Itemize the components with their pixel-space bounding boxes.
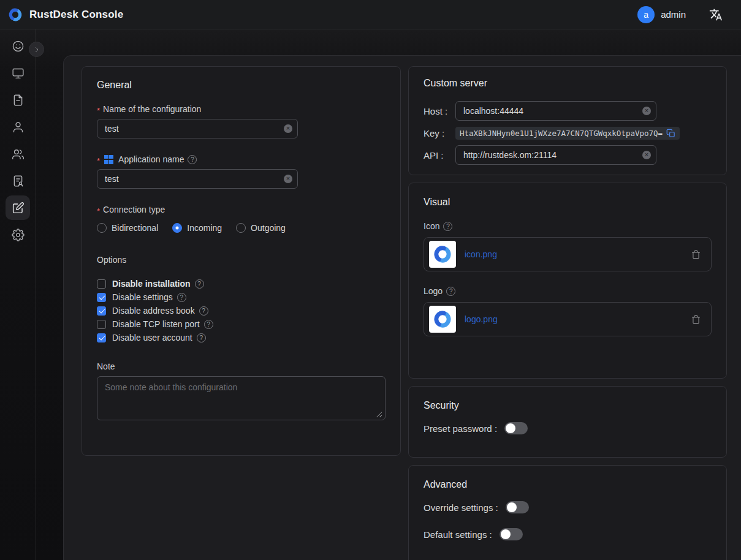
checkbox-icon[interactable] xyxy=(97,306,106,316)
radio-icon[interactable] xyxy=(172,223,182,233)
rustdesk-logo-icon xyxy=(432,309,453,330)
rustdesk-logo-icon xyxy=(432,244,453,265)
required-marker: * xyxy=(97,206,100,216)
help-icon[interactable]: ? xyxy=(443,222,452,231)
required-marker: * xyxy=(97,156,100,165)
translate-icon[interactable] xyxy=(709,8,723,21)
security-card: Security Preset password : xyxy=(408,386,727,458)
preset-password-toggle[interactable] xyxy=(504,422,528,434)
checkbox-disable-installation[interactable]: Disable installation ? xyxy=(97,277,386,290)
logo-file-link[interactable]: logo.png xyxy=(465,314,498,324)
api-field: × xyxy=(455,145,656,165)
options-group: Disable installation ? Disable settings … xyxy=(97,277,386,344)
required-marker: * xyxy=(97,106,100,115)
logo-thumbnail xyxy=(429,306,456,333)
default-settings-row: Default settings : xyxy=(424,528,712,540)
sidebar xyxy=(0,29,36,560)
checkbox-disable-settings[interactable]: Disable settings ? xyxy=(97,290,386,304)
checkbox-disable-address-book[interactable]: Disable address book ? xyxy=(97,304,386,317)
help-icon[interactable]: ? xyxy=(197,333,206,342)
copy-icon[interactable] xyxy=(666,129,675,138)
trash-icon[interactable] xyxy=(691,314,701,325)
general-card: General * Name of the configuration × * … xyxy=(82,66,401,456)
options-label: Options xyxy=(97,255,386,265)
override-settings-label: Override settings : xyxy=(424,502,498,513)
icon-thumbnail xyxy=(429,241,456,268)
toggle-knob xyxy=(506,423,515,433)
monitor-icon xyxy=(12,67,25,80)
sidebar-item-audit[interactable] xyxy=(6,168,30,193)
logo-file-row: logo.png xyxy=(424,302,712,336)
radio-icon[interactable] xyxy=(97,223,107,233)
radio-icon[interactable] xyxy=(236,223,246,233)
app-body: General * Name of the configuration × * … xyxy=(0,29,741,560)
default-settings-label: Default settings : xyxy=(424,529,492,540)
file-icon xyxy=(12,94,25,107)
help-icon[interactable]: ? xyxy=(204,320,213,329)
visual-card: Visual Icon ? icon.png Logo ? xyxy=(408,183,727,379)
help-icon[interactable]: ? xyxy=(446,287,455,296)
checkbox-icon[interactable] xyxy=(97,293,106,302)
key-row: Key : HtaXBkJNHyn0e1U1jWXze7A7CN7QTGWqxk… xyxy=(424,127,712,140)
icon-file-link[interactable]: icon.png xyxy=(465,249,497,259)
user-name[interactable]: admin xyxy=(661,9,686,20)
user-icon xyxy=(12,121,25,134)
app-title: RustDesk Console xyxy=(29,9,123,21)
override-settings-toggle[interactable] xyxy=(506,501,529,513)
sidebar-item-settings[interactable] xyxy=(6,222,30,247)
clear-icon[interactable]: × xyxy=(642,151,651,159)
host-input[interactable] xyxy=(455,101,656,121)
note-label: Note xyxy=(97,361,386,371)
help-icon[interactable]: ? xyxy=(195,279,204,289)
gear-icon xyxy=(12,229,25,241)
sidebar-item-logs[interactable] xyxy=(6,88,30,112)
sidebar-item-custom-clients[interactable] xyxy=(6,195,30,220)
edit-square-icon xyxy=(12,202,25,214)
trash-icon[interactable] xyxy=(691,249,701,260)
sidebar-item-dashboard[interactable] xyxy=(6,34,30,58)
help-icon[interactable]: ? xyxy=(199,306,208,316)
sidebar-item-groups[interactable] xyxy=(6,142,30,166)
checkbox-icon[interactable] xyxy=(97,333,106,342)
clear-icon[interactable]: × xyxy=(284,175,292,183)
radio-outgoing[interactable]: Outgoing xyxy=(236,223,286,233)
api-input[interactable] xyxy=(455,145,656,165)
user-avatar[interactable]: a xyxy=(637,6,655,23)
key-label: Key : xyxy=(424,128,455,138)
config-name-input[interactable] xyxy=(97,119,298,138)
checkbox-disable-tcp-listen-port[interactable]: Disable TCP listen port ? xyxy=(97,317,386,331)
radio-incoming[interactable]: Incoming xyxy=(172,223,222,233)
radio-bidirectional[interactable]: Bidirectional xyxy=(97,223,158,233)
users-icon xyxy=(12,148,25,161)
sidebar-item-devices[interactable] xyxy=(6,61,30,85)
security-title: Security xyxy=(424,400,712,411)
topbar: RustDesk Console a admin xyxy=(0,0,741,29)
host-field: × xyxy=(455,101,656,121)
override-settings-row: Override settings : xyxy=(424,501,712,513)
checkbox-disable-user-account[interactable]: Disable user account ? xyxy=(97,331,386,344)
connection-type-group: Bidirectional Incoming Outgoing xyxy=(97,223,386,233)
sidebar-expand-button[interactable] xyxy=(29,42,44,57)
help-icon[interactable]: ? xyxy=(188,155,197,164)
api-row: API : × xyxy=(424,145,712,165)
note-textarea[interactable] xyxy=(97,376,386,420)
app-name-input[interactable] xyxy=(97,169,298,189)
sidebar-item-users[interactable] xyxy=(6,115,30,139)
custom-server-title: Custom server xyxy=(424,78,712,89)
preset-password-label: Preset password : xyxy=(424,423,497,434)
checkbox-icon[interactable] xyxy=(97,320,106,329)
checkbox-icon[interactable] xyxy=(97,279,106,289)
advanced-title: Advanced xyxy=(424,479,712,490)
smiley-icon xyxy=(12,40,25,53)
default-settings-toggle[interactable] xyxy=(500,528,523,540)
app-name-label: * Application name ? xyxy=(97,154,386,164)
clear-icon[interactable]: × xyxy=(284,124,292,133)
note-field xyxy=(97,376,386,423)
key-value-chip: HtaXBkJNHyn0e1U1jWXze7A7CN7QTGWqxkOtpaVp… xyxy=(455,127,680,140)
host-label: Host : xyxy=(424,106,455,116)
help-icon[interactable]: ? xyxy=(177,293,186,302)
connection-type-label: * Connection type xyxy=(97,205,386,214)
rustdesk-logo-icon xyxy=(7,7,23,23)
clear-icon[interactable]: × xyxy=(642,107,651,115)
key-value: HtaXBkJNHyn0e1U1jWXze7A7CN7QTGWqxkOtpaVp… xyxy=(460,129,663,138)
